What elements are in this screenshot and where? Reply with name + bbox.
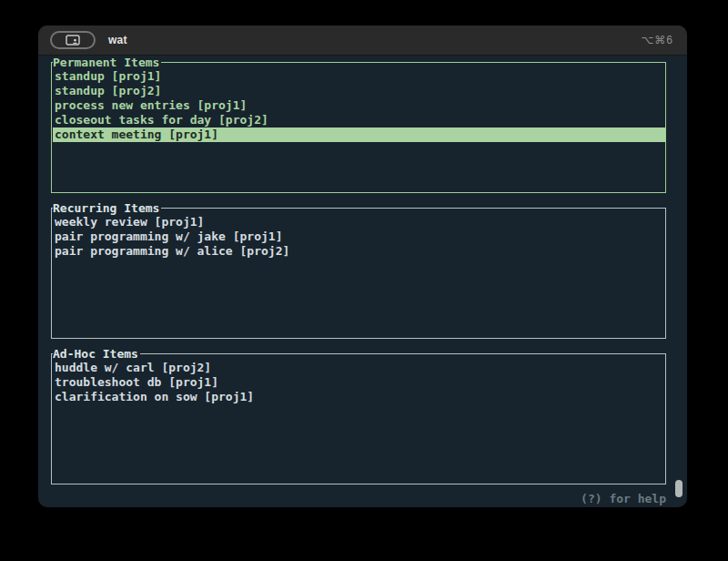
recurring-items-list: weekly review [proj1] pair programming w… [52,209,665,259]
list-item[interactable]: process new entries [proj1] [53,98,665,113]
panel-adhoc-items: Ad-Hoc Items huddle w/ carl [proj2] trou… [51,353,666,484]
list-item[interactable]: pair programming w/ jake [proj1] [53,230,665,244]
list-item[interactable]: troubleshoot db [proj1] [53,375,665,390]
permanent-items-list: standup [proj1] standup [proj2] process … [52,63,665,142]
list-item[interactable]: standup [proj1] [53,69,665,84]
scrollbar-thumb[interactable] [675,480,682,497]
list-item-selected[interactable]: context meeting [proj1] [53,128,665,142]
titlebar: wat ⌥⌘6 [38,26,687,56]
display-with-user-icon [66,35,80,46]
help-hint: (?) for help [51,492,666,506]
tab-shortcut-hint: ⌥⌘6 [641,34,673,46]
panel-adhoc-title: Ad-Hoc Items [53,347,140,362]
panel-permanent-title: Permanent Items [53,56,161,70]
terminal-window: wat ⌥⌘6 Permanent Items standup [proj1] … [38,26,687,507]
window-title: wat [108,34,127,46]
list-item[interactable]: weekly review [proj1] [53,215,665,230]
adhoc-items-list: huddle w/ carl [proj2] troubleshoot db [… [52,354,665,404]
list-item[interactable]: closeout tasks for day [proj2] [53,113,665,128]
panel-recurring-title: Recurring Items [53,201,161,216]
list-item[interactable]: huddle w/ carl [proj2] [53,361,665,375]
panel-permanent-items: Permanent Items standup [proj1] standup … [51,62,666,193]
list-item[interactable]: standup [proj2] [53,84,665,98]
terminal-content: Permanent Items standup [proj1] standup … [38,55,687,507]
list-item[interactable]: pair programming w/ alice [proj2] [53,244,665,259]
panel-recurring-items: Recurring Items weekly review [proj1] pa… [51,208,666,339]
terminal-tab-button[interactable] [50,31,96,49]
list-item[interactable]: clarification on sow [proj1] [53,390,665,404]
